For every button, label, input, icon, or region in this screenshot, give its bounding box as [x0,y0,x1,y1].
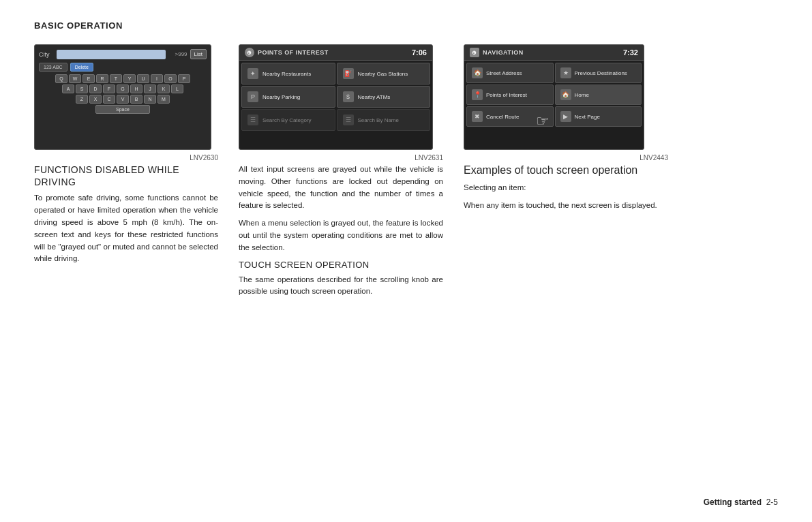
kb-key-l: L [171,85,183,93]
nav-btn-poi: 📍 Points of Interest [466,85,554,105]
nav-btn-home: 🏠 Home [555,85,642,105]
kb-key-y: Y [123,74,136,83]
col2-section2-body: The same operations described for the sc… [239,274,443,298]
poi-grid: ✦ Nearby Restaurants ⛽ Nearby Gas Statio… [239,61,432,133]
kb-123abc-button: 123 ABC [39,63,67,72]
city-label: City [39,51,54,58]
nav-next-label: Next Page [575,114,600,120]
nav-home-label: Home [575,92,589,98]
poi-atm-icon: $ [343,91,354,102]
poi-btn-parking: P Nearby Parking [241,86,335,108]
nav-poi-label: Points of Interest [486,92,527,98]
kb-row-3: Z X C V B N M [39,95,207,104]
kb-key-g: G [117,85,129,93]
col2-body-intro: All text input screens are grayed out wh… [239,164,443,212]
col2-body-p1: All text input screens are grayed out wh… [239,164,443,212]
kb-key-q: Q [55,74,67,83]
kb-key-w: W [69,74,81,83]
nav-btn-next: ▶ Next Page [555,106,642,127]
poi-name-label: Search By Name [358,117,399,123]
screenshot-poi: ⊕ POINTS OF INTEREST 7:06 ✦ Nearby Resta… [239,44,443,150]
kb-key-r: R [96,74,108,83]
col3-body: Selecting an item: When any item is touc… [464,182,668,212]
kb-key-h: H [130,85,142,93]
col1-body: To promote safe driving, some functions … [34,192,218,265]
kb-key-s: S [76,85,88,93]
poi-parking-icon: P [247,91,258,102]
col2-body-p2: When a menu selection is grayed out, the… [239,217,443,254]
kb-key-c: C [103,95,115,104]
poi-header-icon: ⊕ [245,48,254,57]
kb-key-n: N [144,95,156,104]
poi-name-icon: ☰ [343,114,354,125]
kb-row-2: A S D F G H J K L [39,85,207,93]
kb-key-b: B [130,95,142,104]
nav-btn-prev-dest: ★ Previous Destinations [555,63,642,83]
poi-header-title: POINTS OF INTEREST [258,49,329,56]
kb-input-bar [57,50,166,59]
poi-btn-name: ☰ Search By Name [337,109,431,131]
col2-section2-p1: The same operations described for the sc… [239,274,443,298]
kb-key-j: J [144,85,156,93]
nav-header-time: 7:32 [623,48,638,57]
col3-body-p1: Selecting an item: [464,182,668,194]
col1-body-p1: To promote safe driving, some functions … [34,192,218,265]
col3-section-title: Examples of touch screen operation [464,164,668,178]
kb-list-button: List [190,49,207,59]
column-1: City >999 List 123 ABC Delete Q [34,44,218,303]
poi-atm-label: Nearby ATMs [358,94,391,100]
kb-key-p: P [178,74,190,83]
col1-image-id: LNV2630 [34,154,218,162]
page-footer: Getting started 2-5 [704,497,778,507]
poi-btn-gas: ⛽ Nearby Gas Stations [337,63,431,85]
kb-key-k: K [157,85,170,93]
nav-home-icon: 🏠 [560,89,571,100]
col2-body-grayed: When a menu selection is grayed out, the… [239,217,443,254]
kb-key-u: U [137,74,149,83]
poi-restaurants-icon: ✦ [247,68,258,79]
nav-poi-icon: 📍 [472,89,483,100]
screenshot-nav: ⊕ NAVIGATION 7:32 🏠 Street Address ★ Pre… [464,44,668,150]
nav-btn-cancel: ✖ Cancel Route [466,106,554,127]
nav-cancel-label: Cancel Route [486,114,519,120]
poi-gas-icon: ⛽ [343,68,354,79]
nav-btn-street: 🏠 Street Address [466,63,554,83]
kb-delete-button: Delete [70,63,93,72]
poi-header: ⊕ POINTS OF INTEREST 7:06 [239,45,432,61]
kb-row-1: Q W E R T Y U I O P [39,74,207,83]
nav-cancel-icon: ✖ [472,111,483,122]
poi-gas-label: Nearby Gas Stations [358,71,408,77]
col3-image-id: LNV2443 [464,154,668,162]
nav-grid: 🏠 Street Address ★ Previous Destinations… [464,61,644,129]
kb-key-f: F [103,85,115,93]
screenshot-keyboard: City >999 List 123 ABC Delete Q [34,44,218,150]
nav-next-icon: ▶ [560,111,571,122]
col1-section-title: FUNCTIONS DISABLED WHILE DRIVING [34,164,218,188]
nav-header: ⊕ NAVIGATION 7:32 [464,45,644,61]
kb-key-d: D [89,85,102,93]
nav-prev-dest-label: Previous Destinations [575,70,627,76]
kb-count: >999 [168,51,187,57]
poi-btn-restaurants: ✦ Nearby Restaurants [241,63,335,85]
nav-header-title: NAVIGATION [483,49,524,56]
poi-restaurants-label: Nearby Restaurants [262,71,311,77]
nav-street-label: Street Address [486,70,522,76]
poi-btn-category: ☰ Search By Category [241,109,335,131]
kb-key-e: E [82,74,95,83]
header-title: BASIC OPERATION [34,20,123,31]
footer-label: Getting started [704,497,762,507]
kb-space-key: Space [95,105,150,114]
poi-header-time: 7:06 [412,48,427,57]
column-2: ⊕ POINTS OF INTEREST 7:06 ✦ Nearby Resta… [239,44,443,303]
col2-section2-title: TOUCH SCREEN OPERATION [239,260,443,271]
poi-category-icon: ☰ [247,114,258,125]
column-3: ⊕ NAVIGATION 7:32 🏠 Street Address ★ Pre… [464,44,668,303]
keyboard-rows: Q W E R T Y U I O P A [39,74,207,114]
kb-key-i: I [151,74,163,83]
kb-key-t: T [110,74,122,83]
col2-image-id: LNV2631 [239,154,443,162]
nav-screen: ⊕ NAVIGATION 7:32 🏠 Street Address ★ Pre… [464,44,644,150]
col3-body-p2: When any item is touched, the next scree… [464,200,668,212]
footer-page: 2-5 [766,497,778,507]
kb-key-o: O [164,74,177,83]
